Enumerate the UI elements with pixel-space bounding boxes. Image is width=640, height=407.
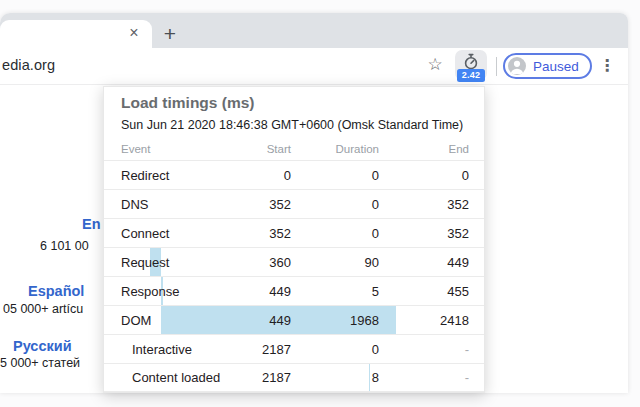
toolbar-divider <box>496 57 497 76</box>
header-end: End <box>379 143 469 155</box>
duration-cell: 0 <box>291 226 379 241</box>
start-cell: 352 <box>231 226 291 241</box>
profile-paused-button[interactable]: Paused <box>503 53 592 79</box>
duration-cell: 8 <box>291 370 379 385</box>
screenshot-root: × + edia.org ☆ 2.4 <box>0 0 640 407</box>
end-cell: - <box>379 370 469 385</box>
active-tab[interactable]: × <box>0 20 152 48</box>
popup-title: Load timings (ms) <box>121 94 254 112</box>
tab-strip: × + <box>0 13 628 48</box>
link-espanol[interactable]: Español <box>28 283 84 299</box>
new-tab-button[interactable]: + <box>157 21 183 47</box>
table-row: Redirect000 <box>104 160 484 189</box>
start-cell: 449 <box>231 284 291 299</box>
event-cell: Response <box>121 284 231 299</box>
duration-cell: 0 <box>291 342 379 357</box>
table-header: Event Start Duration End <box>104 138 484 160</box>
event-cell: Connect <box>121 226 231 241</box>
event-cell: Request <box>121 255 231 270</box>
text-espanol-count: 05 000+ artícu <box>3 302 83 316</box>
duration-cell: 5 <box>291 284 379 299</box>
event-cell: DOM <box>121 313 231 328</box>
bookmark-star-icon[interactable]: ☆ <box>424 53 446 77</box>
table-row: Interactive21870- <box>104 334 484 363</box>
table-row: DOM44919682418 <box>104 305 484 334</box>
table-row: DNS3520352 <box>104 189 484 218</box>
duration-cell: 1968 <box>291 313 379 328</box>
end-cell: 2418 <box>379 313 469 328</box>
start-cell: 352 <box>231 197 291 212</box>
header-start: Start <box>231 143 291 155</box>
table-row: Content loaded21878- <box>104 363 484 392</box>
start-cell: 449 <box>231 313 291 328</box>
tab-close-icon[interactable]: × <box>124 23 144 43</box>
link-english[interactable]: En <box>82 216 101 232</box>
end-cell: - <box>379 342 469 357</box>
load-timings-popup: Load timings (ms) Sun Jun 21 2020 18:46:… <box>103 86 485 393</box>
browser-toolbar: edia.org ☆ 2.42 <box>0 48 628 85</box>
extension-badge: 2.42 <box>457 69 485 82</box>
end-cell: 352 <box>379 197 469 212</box>
paused-label: Paused <box>533 59 579 74</box>
end-cell: 352 <box>379 226 469 241</box>
start-cell: 0 <box>231 168 291 183</box>
header-duration: Duration <box>291 143 379 155</box>
start-cell: 2187 <box>231 342 291 357</box>
timings-table: Redirect000DNS3520352Connect3520352Reque… <box>104 160 484 392</box>
end-cell: 449 <box>379 255 469 270</box>
popup-timestamp: Sun Jun 21 2020 18:46:38 GMT+0600 (Omsk … <box>121 118 463 132</box>
duration-cell: 90 <box>291 255 379 270</box>
link-russian[interactable]: Русский <box>13 338 72 354</box>
event-cell: Redirect <box>121 168 231 183</box>
event-cell: Content loaded <box>121 370 231 385</box>
duration-cell: 0 <box>291 168 379 183</box>
duration-cell: 0 <box>291 197 379 212</box>
text-russian-count: 5 000+ статей <box>0 356 80 370</box>
table-row: Request36090449 <box>104 247 484 276</box>
start-cell: 360 <box>231 255 291 270</box>
table-row: Response4495455 <box>104 276 484 305</box>
text-english-count: 6 101 00 <box>40 239 89 253</box>
end-cell: 0 <box>379 168 469 183</box>
table-row: Connect3520352 <box>104 218 484 247</box>
event-cell: DNS <box>121 197 231 212</box>
event-cell: Interactive <box>121 342 231 357</box>
address-bar[interactable]: edia.org <box>2 57 55 73</box>
profile-avatar-icon <box>508 57 526 75</box>
header-event: Event <box>121 143 231 155</box>
end-cell: 455 <box>379 284 469 299</box>
start-cell: 2187 <box>231 370 291 385</box>
browser-menu-icon[interactable]: ⋮ <box>598 54 616 78</box>
